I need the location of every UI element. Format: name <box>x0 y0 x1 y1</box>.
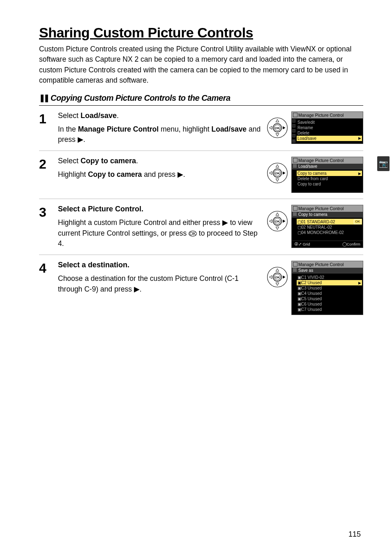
step-3: 3 Select a Picture Control. Highlight a … <box>39 199 363 255</box>
svg-text:OK: OK <box>275 171 280 175</box>
menu-item: ▣C5 Unused <box>297 296 362 301</box>
svg-marker-31 <box>283 276 286 278</box>
step-heading: Select a destination. <box>58 261 261 269</box>
ok-icon: OK <box>189 231 197 236</box>
menu-item-label: Delete <box>297 131 309 135</box>
footer-left: ⦿⤢ Grid <box>294 242 310 246</box>
subhead-title: Copying Custom Picture Controls to the C… <box>51 93 231 103</box>
menu-item-label: ▢04 MONOCHROME-02 <box>297 230 344 235</box>
svg-marker-12 <box>276 164 279 167</box>
step-heading: Select Load/save. <box>58 111 261 120</box>
step-text: Highlight a custom Picture Control and e… <box>58 218 261 249</box>
svg-marker-4 <box>276 119 279 122</box>
step-1: 1 Select Load/save. In the Manage Pictur… <box>39 106 363 151</box>
subhead-marker: ❚❚ <box>39 93 48 102</box>
step-number: 1 <box>39 111 58 145</box>
menu-item: Save/edit <box>297 120 362 125</box>
menu-item-label: ▢02 NEUTRAL-02 <box>297 225 332 229</box>
camera-screen: Manage Picture Control ?Save/editRenameD… <box>291 111 363 144</box>
svg-marker-22 <box>269 220 272 222</box>
screen-breadcrumb: Save as <box>292 268 363 273</box>
menu-item: ▢02 NEUTRAL-02 <box>297 225 362 230</box>
step-text: In the Manage Picture Control menu, high… <box>58 124 261 145</box>
menu-item: ▣C6 Unused <box>297 301 362 307</box>
screen-side-icons: ? <box>292 119 296 143</box>
menu-item-label: Delete from card <box>297 176 328 181</box>
step-text: Choose a destination for the custom Pict… <box>58 273 261 294</box>
svg-text:OK: OK <box>275 126 280 130</box>
menu-item: Delete <box>297 130 362 136</box>
footer-right: ◯Confirm <box>342 242 360 246</box>
screen-footer: ⦿⤢ Grid◯Confirm <box>292 241 363 248</box>
svg-marker-7 <box>283 126 286 129</box>
dpad-icon: OK <box>266 261 289 290</box>
screen-title: Manage Picture Control <box>292 112 363 118</box>
menu-item-label: Save/edit <box>297 120 315 125</box>
menu-item: ▣C1 VIVID-02 <box>297 275 362 280</box>
svg-marker-14 <box>269 171 272 174</box>
menu-item-label: ▣C2 Unused <box>297 280 322 285</box>
page-number: 115 <box>348 530 361 539</box>
svg-marker-6 <box>269 126 272 129</box>
menu-item-label: Copy to card <box>297 182 321 186</box>
menu-item-label: Load/save <box>297 136 316 141</box>
menu-item: ▣C3 Unused <box>297 285 362 291</box>
menu-item: ▣C2 Unused▶ <box>297 280 362 285</box>
svg-marker-30 <box>269 276 272 278</box>
menu-item-label: Copy to camera <box>297 171 327 176</box>
step-number: 2 <box>39 157 58 193</box>
step-number: 3 <box>39 205 58 249</box>
screen-breadcrumb: Load/save <box>292 164 363 169</box>
side-tab-camera-icon: 📷 <box>377 156 390 171</box>
dpad-icon: OK <box>266 157 289 186</box>
menu-item-label: ▣C1 VIVID-02 <box>297 275 324 280</box>
menu-item-label: ▣C7 Unused <box>297 307 322 312</box>
dpad-icon: OK <box>266 111 289 141</box>
menu-item: Load/save▶ <box>297 136 362 141</box>
menu-item: ▢01 STANDARD-02OK <box>297 219 362 225</box>
camera-screen: Manage Picture Control Save as ▣C1 VIVID… <box>291 261 363 315</box>
svg-marker-20 <box>276 213 279 215</box>
menu-item-label: ▣C6 Unused <box>297 302 322 306</box>
menu-item-label: ▣C3 Unused <box>297 286 322 290</box>
menu-item: Copy to camera▶ <box>297 171 362 176</box>
svg-marker-15 <box>283 171 286 174</box>
svg-marker-5 <box>276 133 279 136</box>
menu-item-label: Rename <box>297 125 313 130</box>
camera-screen: Manage Picture Control Load/save Copy to… <box>291 157 363 193</box>
step-number: 4 <box>39 261 58 315</box>
menu-item: Rename <box>297 125 362 130</box>
page-title: Sharing Custom Picture Controls <box>39 25 363 41</box>
menu-item-label: ▣C5 Unused <box>297 297 322 301</box>
menu-item: Delete from card <box>297 176 362 181</box>
step-2: 2 Select Copy to camera. Highlight Copy … <box>39 151 363 199</box>
svg-marker-13 <box>276 179 279 182</box>
svg-text:OK: OK <box>275 220 280 223</box>
intro-text: Custom Picture Controls created using th… <box>39 44 363 86</box>
menu-item: Copy to card <box>297 181 362 187</box>
step-heading: Select Copy to camera. <box>58 157 261 165</box>
menu-item: ▣C4 Unused <box>297 291 362 296</box>
menu-item: ▢04 MONOCHROME-02 <box>297 230 362 235</box>
screen-title: Manage Picture Control <box>292 157 363 164</box>
svg-text:OK: OK <box>275 276 280 279</box>
menu-item: ▣C7 Unused <box>297 307 362 312</box>
screen-title: Manage Picture Control <box>292 205 363 212</box>
ok-badge: OK <box>354 219 361 224</box>
screen-title: Manage Picture Control <box>292 261 363 268</box>
step-heading: Select a Picture Control. <box>58 205 261 213</box>
screen-breadcrumb: Copy to camera <box>292 212 363 218</box>
chevron-right-icon: ▶ <box>358 171 361 176</box>
dpad-icon: OK <box>266 205 289 234</box>
svg-marker-29 <box>276 283 279 286</box>
svg-marker-23 <box>283 220 286 222</box>
chevron-right-icon: ▶ <box>358 281 361 285</box>
step-4: 4 Select a destination. Choose a destina… <box>39 255 363 321</box>
camera-icon: 📷 <box>379 159 388 168</box>
svg-marker-28 <box>276 269 279 272</box>
menu-item-label: ▢01 STANDARD-02 <box>297 220 335 224</box>
svg-marker-21 <box>276 227 279 230</box>
step-text: Highlight Copy to camera and press ▶. <box>58 169 261 180</box>
camera-screen: Manage Picture Control Copy to camera ▢0… <box>291 205 363 248</box>
chevron-right-icon: ▶ <box>358 136 361 140</box>
